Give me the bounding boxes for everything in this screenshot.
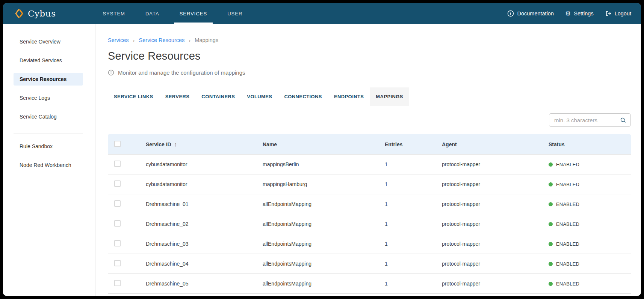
cell-agent: protocol-mapper	[442, 281, 549, 287]
table-row[interactable]: cybusdatamonitor mappingsHamburg 1 proto…	[108, 174, 631, 194]
status-badge: ENABLED	[556, 182, 579, 187]
cell-name: mappingsBerlin	[263, 161, 385, 167]
mappings-table: Service ID ↑ Name Entries Agent Status c…	[108, 134, 631, 294]
tab-mappings[interactable]: MAPPINGS	[370, 87, 409, 106]
cell-status: ENABLED	[549, 201, 631, 207]
status-badge: ENABLED	[556, 261, 579, 267]
status-badge: ENABLED	[556, 281, 579, 287]
cell-name: allEndpointsMapping	[263, 261, 385, 267]
breadcrumb-services[interactable]: Services	[108, 37, 129, 43]
cell-entries: 1	[385, 201, 442, 207]
breadcrumb: Services › Service Resources › Mappings	[108, 36, 631, 44]
row-checkbox[interactable]	[114, 200, 121, 207]
column-header-status[interactable]: Status	[549, 141, 631, 147]
search-icon[interactable]	[620, 117, 626, 123]
search-input[interactable]	[554, 117, 620, 123]
cell-agent: protocol-mapper	[442, 241, 549, 247]
sidebar-item-service-logs[interactable]: Service Logs	[14, 92, 83, 104]
brand-logo[interactable]: Cybus	[14, 3, 56, 24]
sidebar-item-service-overview[interactable]: Service Overview	[14, 35, 83, 48]
tab-service-links[interactable]: SERVICE LINKS	[108, 87, 159, 106]
tab-volumes[interactable]: VOLUMES	[241, 87, 278, 106]
cell-agent: protocol-mapper	[442, 161, 549, 167]
breadcrumb-service-resources[interactable]: Service Resources	[139, 37, 185, 43]
table-row[interactable]: Drehmaschine_01 allEndpointsMapping 1 pr…	[108, 194, 631, 214]
settings-button[interactable]: ⚙︎ Settings	[565, 11, 594, 17]
column-header-entries[interactable]: Entries	[385, 141, 442, 147]
search-box[interactable]	[549, 113, 631, 127]
nav-item-data[interactable]: DATA	[135, 3, 169, 24]
column-header-agent[interactable]: Agent	[442, 141, 549, 147]
logout-icon	[605, 10, 612, 17]
sidebar-divider	[14, 134, 83, 134]
cell-status: ENABLED	[549, 221, 631, 227]
chevron-right-icon: ›	[133, 38, 135, 43]
status-badge: ENABLED	[556, 162, 579, 167]
status-dot	[549, 202, 553, 206]
cell-status: ENABLED	[549, 241, 631, 247]
cell-agent: protocol-mapper	[442, 221, 549, 227]
table-row[interactable]: Drehmaschine_04 allEndpointsMapping 1 pr…	[108, 254, 631, 274]
page-description: Monitor and manage the configuration of …	[108, 69, 631, 76]
tab-servers[interactable]: SERVERS	[159, 87, 196, 106]
main-content: Services › Service Resources › Mappings …	[95, 24, 641, 296]
arrow-up-icon: ↑	[174, 141, 177, 147]
row-checkbox[interactable]	[114, 220, 121, 227]
row-checkbox[interactable]	[114, 180, 121, 187]
cell-service-id: Drehmaschine_04	[146, 261, 263, 267]
status-dot	[549, 222, 553, 226]
select-all-checkbox[interactable]	[114, 141, 121, 147]
cell-name: allEndpointsMapping	[263, 281, 385, 287]
row-checkbox[interactable]	[114, 260, 121, 266]
table-row[interactable]: Drehmaschine_05 allEndpointsMapping 1 pr…	[108, 274, 631, 294]
table-row[interactable]: Drehmaschine_02 allEndpointsMapping 1 pr…	[108, 214, 631, 234]
row-checkbox[interactable]	[114, 280, 121, 286]
documentation-button[interactable]: Documentation	[507, 10, 554, 17]
table-header-row: Service ID ↑ Name Entries Agent Status	[108, 134, 631, 155]
status-badge: ENABLED	[556, 201, 579, 207]
tab-containers[interactable]: CONTAINERS	[195, 87, 241, 106]
cell-agent: protocol-mapper	[442, 261, 549, 267]
nav-item-user[interactable]: USER	[217, 3, 252, 24]
table-row[interactable]: Drehmaschine_03 allEndpointsMapping 1 pr…	[108, 234, 631, 254]
navbar-actions: Documentation ⚙︎ Settings Logout	[507, 3, 631, 24]
cell-name: allEndpointsMapping	[263, 201, 385, 207]
sidebar-item-rule-sandbox[interactable]: Rule Sandbox	[14, 140, 83, 153]
sidebar-item-service-catalog[interactable]: Service Catalog	[14, 110, 83, 123]
cybus-logo-icon	[14, 9, 24, 18]
sidebar-item-deviated-services[interactable]: Deviated Services	[14, 54, 83, 67]
status-dot	[549, 162, 553, 167]
cell-service-id: Drehmaschine_03	[146, 241, 263, 247]
gear-icon: ⚙︎	[565, 11, 571, 17]
sidebar-item-service-resources[interactable]: Service Resources	[14, 73, 83, 86]
cell-name: allEndpointsMapping	[263, 241, 385, 247]
row-checkbox[interactable]	[114, 240, 121, 246]
cell-entries: 1	[385, 161, 442, 167]
page-title: Service Resources	[108, 49, 631, 63]
tab-connections[interactable]: CONNECTIONS	[278, 87, 328, 106]
tab-endpoints[interactable]: ENDPOINTS	[328, 87, 370, 106]
app-window: Cybus SYSTEM DATA SERVICES USER Document…	[3, 3, 641, 296]
nav-item-services[interactable]: SERVICES	[169, 3, 218, 24]
logout-button[interactable]: Logout	[605, 10, 631, 17]
cell-service-id: Drehmaschine_05	[146, 281, 263, 287]
cell-agent: protocol-mapper	[442, 181, 549, 187]
column-header-name[interactable]: Name	[263, 141, 385, 147]
brand-name: Cybus	[28, 9, 56, 18]
logout-label: Logout	[615, 11, 631, 17]
nav-item-system[interactable]: SYSTEM	[92, 3, 135, 24]
cell-entries: 1	[385, 181, 442, 187]
column-header-service-id[interactable]: Service ID ↑	[146, 141, 263, 147]
sidebar-item-node-red-workbench[interactable]: Node Red Workbench	[14, 159, 83, 171]
table-toolbar	[108, 113, 631, 127]
cell-entries: 1	[385, 261, 442, 267]
cell-agent: protocol-mapper	[442, 201, 549, 207]
cell-name: allEndpointsMapping	[263, 221, 385, 227]
cell-entries: 1	[385, 281, 442, 287]
status-badge: ENABLED	[556, 221, 579, 227]
row-checkbox[interactable]	[114, 161, 121, 167]
status-dot	[549, 262, 553, 266]
info-icon	[108, 69, 114, 76]
table-row[interactable]: cybusdatamonitor mappingsBerlin 1 protoc…	[108, 155, 631, 174]
cell-name: mappingsHamburg	[263, 181, 385, 187]
